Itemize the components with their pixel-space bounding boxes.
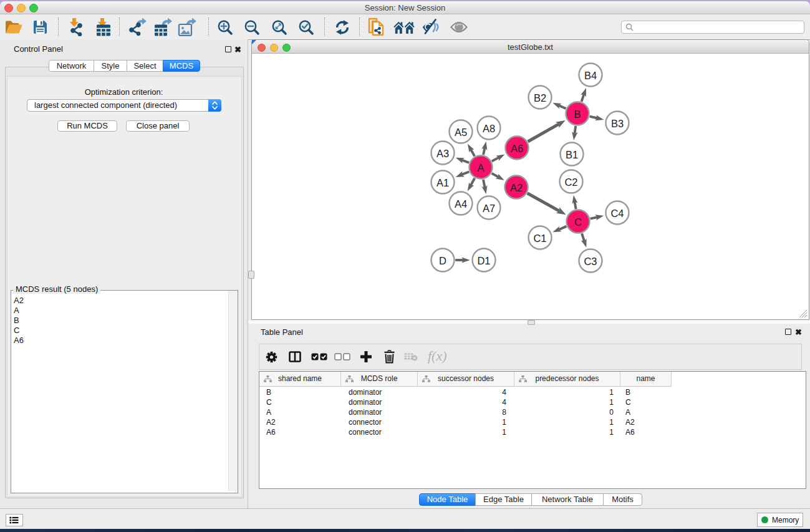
svg-text:A3: A3 xyxy=(436,148,449,159)
svg-text:A4: A4 xyxy=(455,198,467,210)
svg-text:B4: B4 xyxy=(584,70,597,81)
svg-text:D: D xyxy=(439,255,446,266)
svg-text:B1: B1 xyxy=(566,149,578,160)
svg-text:A6: A6 xyxy=(511,143,523,154)
svg-text:C2: C2 xyxy=(564,177,577,188)
svg-text:A: A xyxy=(477,162,484,173)
svg-text:A7: A7 xyxy=(483,203,495,214)
svg-text:C3: C3 xyxy=(584,256,597,267)
svg-text:C: C xyxy=(574,216,582,228)
svg-text:D1: D1 xyxy=(477,255,490,266)
svg-text:B2: B2 xyxy=(534,92,546,104)
svg-text:A8: A8 xyxy=(483,123,495,134)
svg-text:A5: A5 xyxy=(455,127,467,138)
svg-text:C4: C4 xyxy=(610,208,624,219)
svg-text:A2: A2 xyxy=(510,182,523,193)
svg-text:C1: C1 xyxy=(533,233,546,244)
svg-text:B: B xyxy=(574,109,581,120)
svg-text:B3: B3 xyxy=(611,118,624,129)
svg-text:A1: A1 xyxy=(436,177,449,188)
